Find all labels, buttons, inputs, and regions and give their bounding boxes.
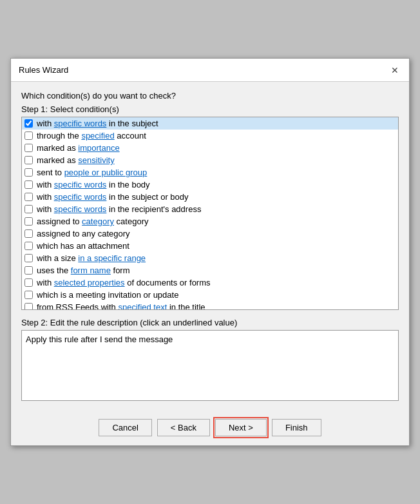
- condition-item[interactable]: with specific words in the body: [22, 179, 398, 191]
- rule-link[interactable]: in a specific range: [78, 253, 146, 263]
- condition-checkbox[interactable]: [24, 291, 33, 299]
- condition-item[interactable]: sent to people or public group: [22, 166, 398, 179]
- condition-checkbox[interactable]: [24, 156, 33, 164]
- question-text: Which condition(s) do you want to check?: [21, 91, 399, 101]
- condition-text: which has an attachment: [37, 241, 129, 251]
- conditions-list[interactable]: with specific words in the subjectthroug…: [21, 117, 399, 310]
- rule-link[interactable]: specified text: [118, 302, 167, 310]
- condition-checkbox[interactable]: [24, 168, 33, 177]
- next-button[interactable]: Next >: [215, 419, 267, 436]
- rule-link[interactable]: people or public group: [64, 168, 148, 177]
- rule-link[interactable]: selected properties: [54, 278, 125, 287]
- condition-checkbox[interactable]: [24, 242, 33, 250]
- rule-link[interactable]: specific words: [54, 192, 107, 202]
- step2-text: Apply this rule after I send the message: [26, 334, 173, 344]
- condition-text: with specific words in the body: [37, 180, 150, 189]
- rule-link[interactable]: sensitivity: [78, 155, 114, 165]
- rule-link[interactable]: form name: [71, 266, 111, 275]
- condition-text: assigned to any category: [37, 229, 130, 238]
- condition-checkbox[interactable]: [24, 144, 33, 152]
- condition-text: assigned to category category: [37, 217, 148, 226]
- condition-checkbox[interactable]: [24, 229, 33, 238]
- step2-section: Step 2: Edit the rule description (click…: [21, 318, 399, 401]
- condition-item[interactable]: with a size in a specific range: [22, 252, 398, 264]
- condition-item[interactable]: which is a meeting invitation or update: [22, 289, 398, 301]
- dialog-title: Rules Wizard: [19, 65, 68, 75]
- condition-checkbox[interactable]: [24, 205, 33, 213]
- condition-item[interactable]: with specific words in the subject or bo…: [22, 191, 398, 203]
- condition-item[interactable]: with selected properties of documents or…: [22, 276, 398, 289]
- condition-item[interactable]: assigned to any category: [22, 228, 398, 240]
- condition-checkbox[interactable]: [24, 119, 33, 128]
- condition-text: marked as sensitivity: [37, 155, 115, 165]
- condition-item[interactable]: marked as importance: [22, 142, 398, 154]
- condition-checkbox[interactable]: [24, 303, 33, 310]
- condition-text: with specific words in the subject or bo…: [37, 192, 189, 202]
- condition-item[interactable]: assigned to category category: [22, 215, 398, 228]
- title-bar: Rules Wizard ✕: [11, 59, 409, 82]
- cancel-button[interactable]: Cancel: [99, 419, 151, 436]
- condition-checkbox[interactable]: [24, 131, 33, 140]
- step2-description-box: Apply this rule after I send the message: [21, 330, 399, 401]
- condition-item[interactable]: which has an attachment: [22, 240, 398, 252]
- condition-checkbox[interactable]: [24, 193, 33, 201]
- condition-text: with selected properties of documents or…: [37, 278, 211, 287]
- back-button[interactable]: < Back: [157, 419, 210, 436]
- rule-link[interactable]: specific words: [54, 204, 107, 214]
- condition-checkbox[interactable]: [24, 278, 33, 287]
- rule-link[interactable]: specific words: [54, 119, 107, 128]
- condition-text: with specific words in the subject: [37, 119, 158, 128]
- step2-label: Step 2: Edit the rule description (click…: [21, 318, 399, 327]
- condition-item[interactable]: marked as sensitivity: [22, 154, 398, 166]
- rule-link[interactable]: specified: [81, 131, 114, 141]
- condition-checkbox[interactable]: [24, 180, 33, 189]
- footer-buttons: Cancel < Back Next > Finish: [11, 414, 409, 445]
- rules-wizard-dialog: Rules Wizard ✕ Which condition(s) do you…: [10, 58, 410, 446]
- condition-text: uses the form name form: [37, 266, 130, 275]
- condition-text: through the specified account: [37, 131, 146, 141]
- rule-link[interactable]: specific words: [54, 180, 107, 189]
- condition-item[interactable]: from RSS Feeds with specified text in th…: [22, 301, 398, 310]
- condition-text: with a size in a specific range: [37, 253, 146, 263]
- condition-item[interactable]: through the specified account: [22, 130, 398, 142]
- condition-text: marked as importance: [37, 143, 120, 153]
- dialog-body: Which condition(s) do you want to check?…: [11, 82, 409, 414]
- condition-checkbox[interactable]: [24, 266, 33, 275]
- condition-checkbox[interactable]: [24, 217, 33, 226]
- close-button[interactable]: ✕: [388, 64, 401, 77]
- condition-item[interactable]: with specific words in the recipient's a…: [22, 203, 398, 215]
- condition-text: sent to people or public group: [37, 168, 147, 177]
- condition-checkbox[interactable]: [24, 254, 33, 262]
- condition-item[interactable]: uses the form name form: [22, 264, 398, 276]
- rule-link[interactable]: importance: [78, 143, 119, 153]
- finish-button[interactable]: Finish: [272, 419, 321, 436]
- condition-text: from RSS Feeds with specified text in th…: [37, 302, 205, 310]
- condition-text: with specific words in the recipient's a…: [37, 204, 201, 214]
- rule-link[interactable]: category: [82, 217, 114, 226]
- condition-item[interactable]: with specific words in the subject: [22, 117, 398, 130]
- step1-label: Step 1: Select condition(s): [21, 104, 399, 114]
- condition-text: which is a meeting invitation or update: [37, 290, 178, 300]
